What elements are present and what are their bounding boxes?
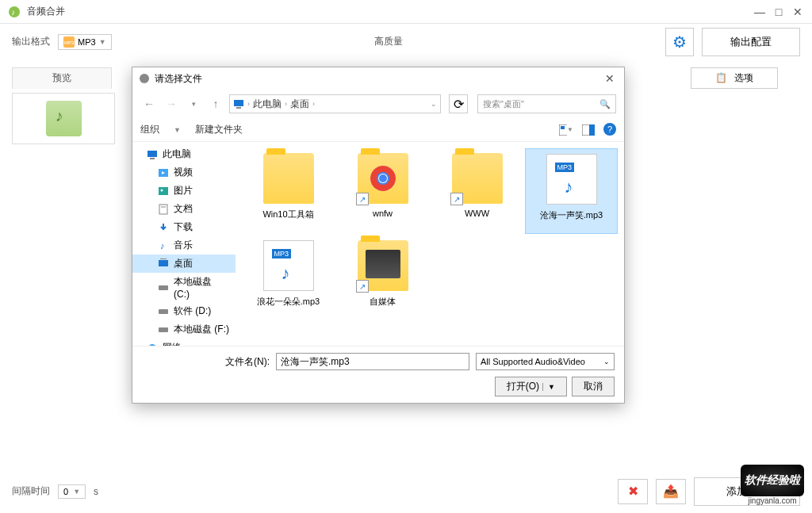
dialog-nav: ← → ▾ ↑ › 此电脑 › 桌面 › ⌄ ⟳ 搜索"桌面" 🔍 bbox=[132, 90, 624, 118]
download-icon bbox=[158, 222, 169, 233]
folder-icon: ↗ bbox=[358, 240, 408, 291]
dialog-toolbar: 组织 ▼ 新建文件夹 ▼ ? bbox=[132, 118, 624, 142]
chevron-right-icon: › bbox=[312, 100, 315, 108]
music-icon: ♪ bbox=[158, 240, 169, 251]
svg-point-4 bbox=[140, 74, 149, 83]
help-button[interactable]: ? bbox=[603, 123, 616, 136]
app-icon: ♪ bbox=[8, 6, 21, 18]
chevron-down-icon[interactable]: ⌄ bbox=[431, 100, 437, 108]
open-label: 打开(O) bbox=[507, 380, 539, 393]
pane-icon bbox=[582, 124, 595, 136]
filter-select[interactable]: All Supported Audio&Video ⌄ bbox=[476, 353, 615, 370]
output-config-button[interactable]: 输出配置 bbox=[702, 28, 800, 56]
search-placeholder: 搜索"桌面" bbox=[483, 98, 524, 110]
chevron-down-icon: ▼ bbox=[73, 488, 80, 496]
preview-tab[interactable]: 预览 bbox=[12, 67, 112, 89]
chevron-down-icon: ⌄ bbox=[603, 358, 610, 366]
file-item[interactable]: ↗WWW bbox=[431, 148, 523, 234]
sidebar-item-label: 本地磁盘 (F:) bbox=[174, 323, 229, 336]
breadcrumb-segment[interactable]: 桌面 bbox=[290, 98, 309, 111]
file-name: wnfw bbox=[373, 209, 393, 218]
desktop-icon bbox=[158, 258, 169, 270]
maximize-button[interactable]: □ bbox=[772, 6, 785, 18]
format-select[interactable]: MP3 MP3 ▼ bbox=[58, 34, 112, 50]
search-icon: 🔍 bbox=[599, 99, 611, 109]
export-icon: 📤 bbox=[663, 484, 679, 499]
search-input[interactable]: 搜索"桌面" 🔍 bbox=[477, 94, 616, 113]
new-folder-button[interactable]: 新建文件夹 bbox=[195, 123, 243, 136]
dialog-close-button[interactable]: ✕ bbox=[602, 72, 618, 85]
sidebar-item-network[interactable]: 网络 bbox=[132, 339, 236, 346]
quality-label: 高质量 bbox=[120, 35, 657, 48]
dialog-footer: 文件名(N): All Supported Audio&Video ⌄ 打开(O… bbox=[132, 346, 624, 403]
sidebar-item-video[interactable]: 视频 bbox=[132, 163, 236, 182]
main-toolbar: 输出格式 MP3 MP3 ▼ 高质量 ⚙ 输出配置 bbox=[0, 24, 812, 59]
preview-pane-button[interactable] bbox=[581, 123, 596, 137]
interval-unit: s bbox=[94, 486, 98, 497]
interval-input[interactable]: 0 ▼ bbox=[58, 484, 86, 499]
sidebar-item-pc[interactable]: 此电脑 bbox=[132, 145, 236, 163]
nav-up-button[interactable]: ↑ bbox=[207, 95, 224, 113]
nav-back-button[interactable]: ← bbox=[140, 95, 158, 113]
svg-text:MP3: MP3 bbox=[64, 40, 75, 45]
option-button[interactable]: 📋 选项 bbox=[691, 67, 778, 89]
refresh-icon: ⟳ bbox=[454, 97, 464, 112]
file-name: 沧海一声笑.mp3 bbox=[540, 209, 603, 221]
settings-button[interactable]: ⚙ bbox=[665, 28, 694, 56]
svg-text:♪: ♪ bbox=[160, 241, 165, 251]
pc-icon bbox=[147, 149, 158, 160]
pc-icon bbox=[233, 98, 244, 109]
sidebar-item-desktop[interactable]: 桌面 bbox=[132, 255, 236, 273]
file-item[interactable]: ↗wnfw bbox=[336, 148, 429, 234]
organize-button[interactable]: 组织 bbox=[140, 123, 159, 136]
nav-forward-button[interactable]: → bbox=[163, 95, 180, 113]
svg-rect-6 bbox=[236, 107, 241, 109]
svg-rect-17 bbox=[159, 205, 167, 214]
sidebar-item-label: 视频 bbox=[174, 166, 193, 179]
breadcrumb-segment[interactable]: 此电脑 bbox=[253, 98, 282, 111]
folder-icon: ↗ bbox=[452, 153, 503, 204]
sidebar-item-doc[interactable]: 文档 bbox=[132, 200, 236, 218]
open-button[interactable]: 打开(O) ▼ bbox=[495, 377, 567, 396]
watermark-logo: 软件经验啦 bbox=[741, 465, 804, 496]
interval-label: 间隔时间 bbox=[12, 484, 50, 498]
sidebar-item-image[interactable]: 图片 bbox=[132, 182, 236, 200]
file-item[interactable]: 浪花一朵朵.mp3 bbox=[242, 235, 335, 321]
filename-label: 文件名(N): bbox=[225, 355, 270, 369]
svg-rect-8 bbox=[561, 126, 565, 129]
file-item[interactable]: Win10工具箱 bbox=[242, 148, 335, 234]
sidebar-item-label: 本地磁盘 (C:) bbox=[174, 275, 229, 300]
chevron-right-icon: › bbox=[247, 100, 250, 108]
svg-rect-21 bbox=[160, 258, 167, 259]
view-mode-button[interactable]: ▼ bbox=[559, 123, 573, 137]
sidebar-item-disk[interactable]: 软件 (D:) bbox=[132, 302, 236, 320]
nav-recent-button[interactable]: ▾ bbox=[185, 95, 202, 113]
sidebar-item-label: 音乐 bbox=[174, 239, 193, 252]
mp3-file-icon bbox=[546, 154, 597, 205]
dialog-titlebar: 请选择文件 ✕ bbox=[132, 67, 624, 90]
sidebar-item-label: 此电脑 bbox=[163, 147, 191, 161]
cancel-button[interactable]: 取消 bbox=[572, 377, 615, 396]
sidebar-item-disk[interactable]: 本地磁盘 (C:) bbox=[132, 273, 236, 302]
export-button[interactable]: 📤 bbox=[656, 479, 686, 504]
close-button[interactable]: ✕ bbox=[791, 6, 804, 18]
sidebar-item-download[interactable]: 下载 bbox=[132, 218, 236, 236]
sidebar-item-music[interactable]: ♪音乐 bbox=[132, 236, 236, 255]
minimize-button[interactable]: — bbox=[753, 6, 766, 18]
watermark-url: jingyanla.com bbox=[741, 496, 804, 505]
remove-file-button[interactable]: ✖ bbox=[618, 479, 648, 504]
svg-rect-10 bbox=[589, 124, 595, 136]
refresh-button[interactable]: ⟳ bbox=[449, 94, 468, 113]
preview-panel bbox=[12, 93, 115, 144]
address-bar[interactable]: › 此电脑 › 桌面 › ⌄ bbox=[229, 94, 441, 113]
file-item[interactable]: 沧海一声笑.mp3 bbox=[525, 148, 618, 234]
titlebar: ♪ 音频合并 — □ ✕ bbox=[0, 0, 812, 24]
filename-input[interactable] bbox=[276, 353, 469, 370]
svg-rect-11 bbox=[147, 151, 157, 157]
sidebar-item-disk[interactable]: 本地磁盘 (F:) bbox=[132, 320, 236, 339]
file-item[interactable]: ↗自媒体 bbox=[336, 235, 429, 321]
disk-icon bbox=[158, 282, 169, 293]
view-icon bbox=[559, 124, 567, 136]
file-name: WWW bbox=[465, 209, 489, 218]
file-name: 自媒体 bbox=[370, 296, 396, 308]
